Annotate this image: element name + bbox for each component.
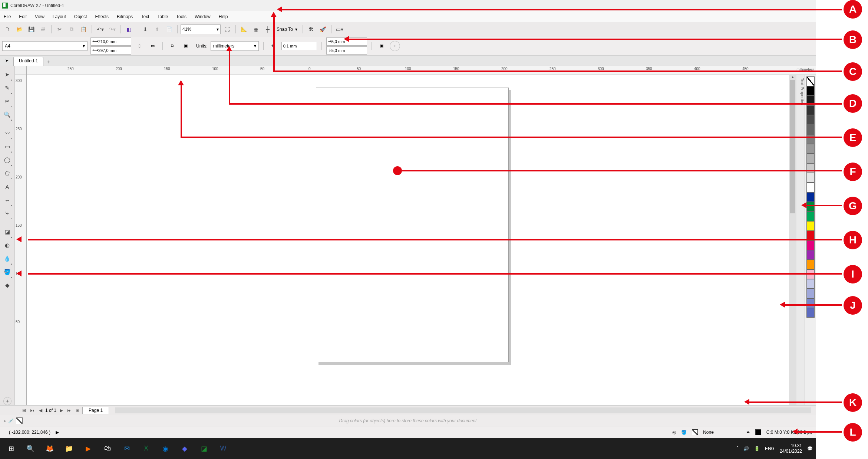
swatch-blue[interactable] xyxy=(806,192,815,202)
add-preset-button[interactable]: ＋ xyxy=(390,41,400,51)
portrait-button[interactable]: ▯ xyxy=(134,41,145,51)
swatch-gray80[interactable] xyxy=(806,105,815,115)
new-button[interactable]: 🗋 xyxy=(2,24,13,35)
menu-object[interactable]: Object xyxy=(73,13,89,20)
save-button[interactable]: 💾 xyxy=(26,24,36,35)
dimension-tool[interactable]: ↔ xyxy=(2,194,13,206)
menu-bitmaps[interactable]: Bitmaps xyxy=(115,13,134,20)
horizontal-scrollbar[interactable] xyxy=(115,407,811,413)
word-icon[interactable]: W xyxy=(215,440,231,457)
quick-customize-button[interactable]: ＋ xyxy=(3,397,11,405)
outline-pen-icon[interactable]: ✒ xyxy=(746,430,750,435)
page-size-combo[interactable]: A4 ▾ xyxy=(2,41,88,51)
swatch-none[interactable] xyxy=(806,76,815,86)
firefox-icon[interactable]: 🦊 xyxy=(42,440,58,457)
units-combo[interactable]: millimeters▾ xyxy=(211,41,259,51)
ruler-origin[interactable] xyxy=(15,66,27,75)
volume-icon[interactable]: 🔊 xyxy=(743,446,749,451)
snap-to-combo[interactable]: Snap To ▾ xyxy=(274,24,300,34)
search-button[interactable]: 🔍 xyxy=(22,440,39,457)
menu-effects[interactable]: Effects xyxy=(94,13,110,20)
file-explorer-icon[interactable]: 📁 xyxy=(61,440,77,457)
shape-tool[interactable]: ✎ xyxy=(2,82,13,94)
swatch-gray40[interactable] xyxy=(806,144,815,154)
menu-window[interactable]: Window xyxy=(193,13,212,20)
swatch-gray70[interactable] xyxy=(806,115,815,125)
system-clock[interactable]: 10.31 24/01/2022 xyxy=(780,443,802,454)
undo-button[interactable]: ↶▾ xyxy=(95,24,105,35)
first-page-button[interactable]: ⏮ xyxy=(29,407,36,414)
transparency-tool[interactable]: ◐ xyxy=(2,239,13,252)
start-button[interactable]: ⊞ xyxy=(3,440,19,457)
menu-tools[interactable]: Tools xyxy=(175,13,188,20)
publish-pdf-button[interactable]: 📄 xyxy=(164,24,174,35)
pick-tool-icon[interactable]: ➤ xyxy=(2,56,11,65)
swatch-green[interactable] xyxy=(806,212,815,221)
add-document-tab[interactable]: ＋ xyxy=(45,58,52,66)
swatch-lavender1[interactable] xyxy=(806,279,815,289)
launch-button[interactable]: 🚀 xyxy=(318,24,328,35)
current-page-button[interactable]: ▣ xyxy=(181,41,191,51)
menu-file[interactable]: File xyxy=(2,13,12,20)
add-page-button[interactable]: ⊞ xyxy=(21,407,27,414)
interactive-fill-tool[interactable]: 🪣 xyxy=(2,266,13,278)
pick-tool[interactable]: ➤ xyxy=(2,68,13,81)
menu-edit[interactable]: Edit xyxy=(17,13,28,20)
smart-fill-tool[interactable]: ◆ xyxy=(2,279,13,292)
crop-tool[interactable]: ✂ xyxy=(2,95,13,108)
search-content-button[interactable]: ◧ xyxy=(123,24,134,35)
swatch-gray10[interactable] xyxy=(806,173,815,183)
show-rulers-button[interactable]: 📐 xyxy=(239,24,249,35)
media-player-icon[interactable]: ▶ xyxy=(80,440,96,457)
swatch-orange[interactable] xyxy=(806,260,815,269)
freehand-tool[interactable]: 〰 xyxy=(2,127,13,140)
prev-page-button[interactable]: ◀ xyxy=(37,407,44,414)
add-page-after-button[interactable]: ⊞ xyxy=(74,407,81,414)
page-tab[interactable]: Page 1 xyxy=(82,407,109,414)
edge-icon[interactable]: ◉ xyxy=(157,440,174,457)
nudge-distance-input[interactable]: 0,1 mm xyxy=(281,42,317,50)
store-icon[interactable]: 🛍 xyxy=(99,440,116,457)
scroll-up-icon[interactable]: ▲ xyxy=(791,75,795,79)
eyedropper-icon[interactable]: 💉 xyxy=(8,418,14,423)
swatch-yellow[interactable] xyxy=(806,221,815,231)
swatch-gray30[interactable] xyxy=(806,154,815,163)
zoom-level-combo[interactable]: 41% ▾ xyxy=(181,24,221,34)
tray-chevron-icon[interactable]: ˆ xyxy=(737,446,738,451)
document-palette[interactable]: ▸ 💉 Drag colors (or objects) here to sto… xyxy=(0,415,816,426)
cut-button[interactable]: ✂ xyxy=(55,24,65,35)
duplicate-y-input[interactable]: ⇣ 5,0 mm xyxy=(326,46,367,55)
show-grid-button[interactable]: ▦ xyxy=(251,24,261,35)
menu-layout[interactable]: Layout xyxy=(51,13,67,20)
next-page-button[interactable]: ▶ xyxy=(58,407,65,414)
swatch-lavender4[interactable] xyxy=(806,308,815,318)
doc-swatch-none[interactable] xyxy=(16,417,23,424)
menu-help[interactable]: Help xyxy=(217,13,230,20)
page-width-input[interactable]: ⟷ 210,0 mm xyxy=(90,37,131,46)
eyedropper-tool[interactable]: 💧 xyxy=(2,252,13,265)
all-pages-button[interactable]: ⧉ xyxy=(167,41,178,51)
import-button[interactable]: ⬇ xyxy=(140,24,151,35)
swatch-white[interactable] xyxy=(806,183,815,192)
battery-icon[interactable]: 🔋 xyxy=(754,446,760,451)
connector-tool[interactable]: ⤷ xyxy=(2,207,13,220)
document-tab[interactable]: Untitled-1 xyxy=(13,57,43,66)
paste-button[interactable]: 📋 xyxy=(78,24,89,35)
fill-icon[interactable]: 🪣 xyxy=(681,430,687,435)
text-tool[interactable]: A xyxy=(2,180,13,193)
app-icon-generic[interactable]: ◆ xyxy=(176,440,193,457)
play-icon[interactable]: ▶ xyxy=(56,430,59,435)
menu-text[interactable]: Text xyxy=(139,13,151,20)
ellipse-tool[interactable]: ◯ xyxy=(2,154,13,166)
language-indicator[interactable]: ENG xyxy=(765,446,775,451)
swatch-gray20[interactable] xyxy=(806,163,815,173)
show-guidelines-button[interactable]: ┼ xyxy=(263,24,273,35)
excel-icon[interactable]: X xyxy=(138,440,154,457)
options-button[interactable]: 🛠 xyxy=(306,24,316,35)
swatch-purple[interactable] xyxy=(806,250,815,260)
coreldraw-taskbar-icon[interactable]: ◪ xyxy=(196,440,212,457)
outline-pen-button[interactable]: ▭▾ xyxy=(334,24,345,35)
swatch-lavender3[interactable] xyxy=(806,298,815,308)
vertical-scroll-thumb[interactable] xyxy=(790,80,795,213)
menu-view[interactable]: View xyxy=(33,13,46,20)
